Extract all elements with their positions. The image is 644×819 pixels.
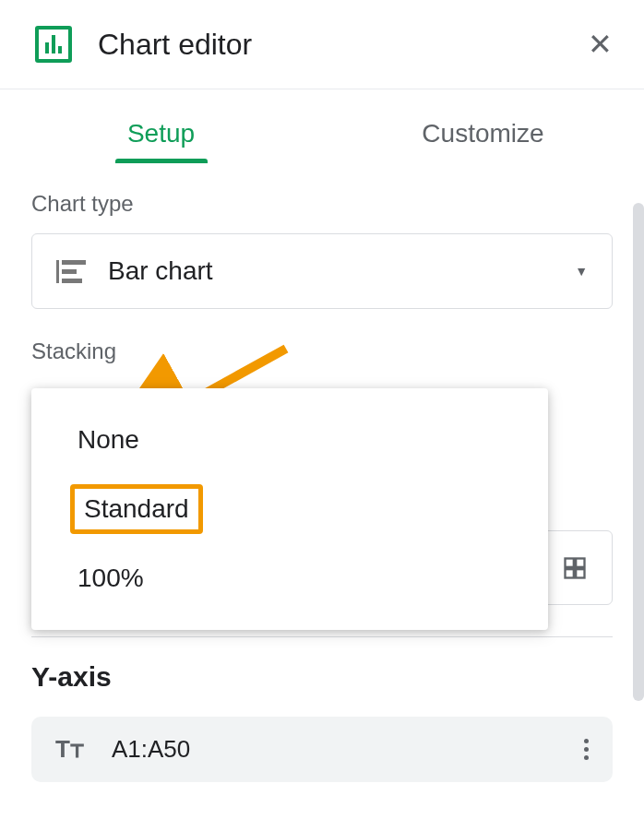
svg-rect-3: [576, 569, 584, 577]
svg-rect-1: [576, 558, 584, 566]
chart-type-value: Bar chart: [108, 256, 553, 286]
stacking-option-percent[interactable]: 100%: [31, 545, 548, 611]
editor-header: Chart editor ✕: [0, 0, 644, 89]
stacking-section: Stacking A1:L50 None Standard 100%: [31, 338, 613, 605]
tab-setup[interactable]: Setup: [0, 119, 322, 163]
editor-content: Chart type Bar chart ▼ Stacking A1:L50 N…: [0, 163, 644, 782]
stacking-dropdown: None Standard 100%: [31, 388, 548, 630]
bar-chart-icon: [56, 260, 86, 283]
chart-type-label: Chart type: [31, 191, 613, 217]
stacking-label: Stacking: [31, 338, 613, 364]
close-icon[interactable]: ✕: [584, 26, 616, 63]
editor-title: Chart editor: [98, 28, 584, 62]
stacking-option-none[interactable]: None: [31, 407, 548, 473]
chart-type-select[interactable]: Bar chart ▼: [31, 233, 613, 309]
chart-editor-icon: [35, 26, 72, 63]
yaxis-title: Y-axis: [31, 661, 613, 693]
yaxis-range-row[interactable]: Tᴛ A1:A50: [31, 717, 613, 782]
text-icon: Tᴛ: [55, 735, 84, 764]
stacking-option-standard[interactable]: Standard: [70, 484, 203, 534]
yaxis-range-value: A1:A50: [112, 735, 556, 764]
scrollbar[interactable]: [633, 203, 644, 701]
chevron-down-icon: ▼: [575, 264, 588, 279]
tab-bar: Setup Customize: [0, 89, 644, 163]
select-range-icon[interactable]: [562, 555, 588, 581]
section-divider: [31, 636, 613, 637]
svg-rect-0: [566, 558, 574, 566]
tab-customize[interactable]: Customize: [322, 119, 644, 163]
more-options-icon[interactable]: [584, 739, 589, 760]
svg-rect-2: [566, 569, 574, 577]
